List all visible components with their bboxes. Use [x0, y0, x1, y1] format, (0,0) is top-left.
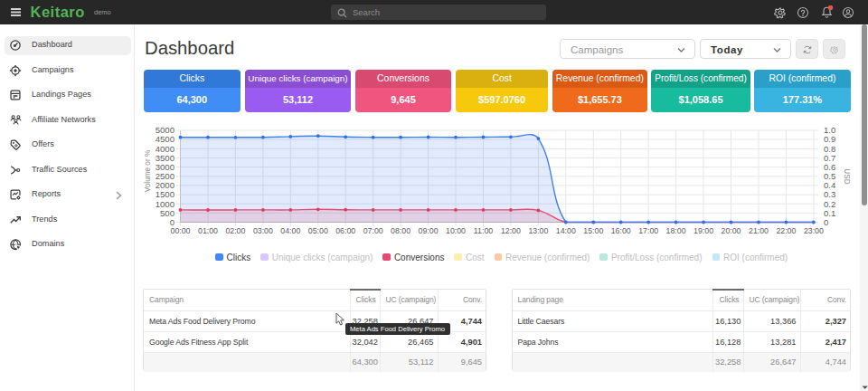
svg-text:USD: USD	[843, 168, 851, 184]
svg-text:0.6: 0.6	[824, 162, 835, 172]
svg-text:4000: 4000	[156, 144, 175, 154]
svg-text:12:00: 12:00	[501, 226, 521, 235]
svg-text:07:00: 07:00	[363, 226, 383, 235]
svg-text:0.9: 0.9	[824, 134, 835, 144]
svg-text:0.3: 0.3	[824, 189, 835, 199]
svg-text:13:00: 13:00	[528, 226, 548, 235]
svg-text:1000: 1000	[156, 199, 175, 209]
svg-text:2500: 2500	[156, 171, 175, 181]
svg-text:0.1: 0.1	[824, 208, 835, 218]
svg-text:09:00: 09:00	[419, 226, 439, 235]
svg-text:16:00: 16:00	[611, 226, 631, 235]
svg-text:08:00: 08:00	[391, 226, 410, 235]
svg-text:21:00: 21:00	[749, 226, 769, 235]
svg-text:0.5: 0.5	[824, 171, 835, 181]
svg-text:15:00: 15:00	[583, 226, 603, 235]
svg-text:14:00: 14:00	[556, 226, 576, 235]
svg-text:17:00: 17:00	[638, 226, 658, 235]
svg-text:1500: 1500	[156, 189, 175, 199]
svg-text:06:00: 06:00	[335, 226, 355, 235]
svg-text:20:00: 20:00	[721, 226, 741, 235]
svg-text:500: 500	[160, 208, 175, 218]
svg-text:0.8: 0.8	[824, 144, 835, 154]
svg-text:10:00: 10:00	[446, 226, 466, 235]
svg-text:0.2: 0.2	[824, 199, 835, 209]
svg-text:04:00: 04:00	[280, 226, 300, 235]
svg-text:4500: 4500	[156, 134, 175, 144]
svg-text:2000: 2000	[156, 180, 175, 190]
svg-text:19:00: 19:00	[693, 226, 713, 235]
svg-text:23:00: 23:00	[804, 226, 824, 235]
svg-text:3000: 3000	[156, 162, 175, 172]
svg-text:5000: 5000	[156, 125, 175, 135]
svg-text:01:00: 01:00	[198, 226, 218, 235]
svg-text:3500: 3500	[156, 153, 175, 163]
svg-text:18:00: 18:00	[666, 226, 686, 235]
svg-text:1.0: 1.0	[824, 125, 835, 135]
svg-text:0.7: 0.7	[824, 153, 835, 163]
svg-text:0.4: 0.4	[824, 180, 836, 190]
svg-text:0: 0	[824, 217, 828, 227]
svg-text:11:00: 11:00	[474, 226, 493, 235]
svg-text:02:00: 02:00	[225, 226, 245, 235]
svg-text:05:00: 05:00	[308, 226, 328, 235]
svg-text:Volume or %: Volume or %	[144, 150, 152, 192]
svg-text:03:00: 03:00	[253, 226, 273, 235]
svg-text:22:00: 22:00	[776, 226, 796, 235]
svg-text:00:00: 00:00	[170, 226, 190, 235]
